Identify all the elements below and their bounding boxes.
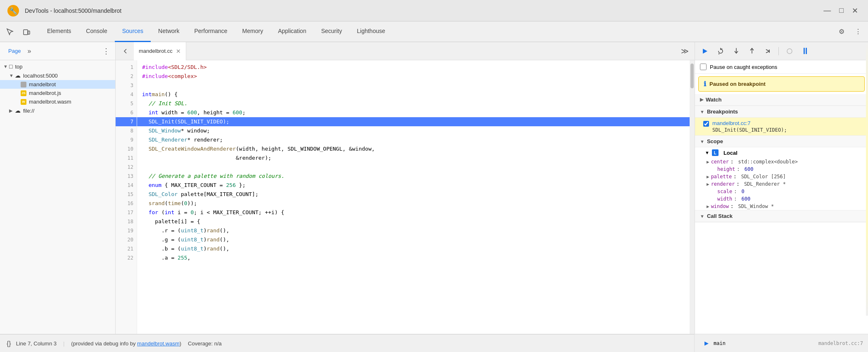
scope-var-renderer[interactable]: ▶ renderer : SDL_Renderer *	[695, 180, 868, 188]
js-icon: JS	[21, 90, 26, 96]
code-tab-mandelbrot[interactable]: mandelbrot.cc ✕	[134, 42, 186, 60]
step-button[interactable]	[761, 45, 774, 58]
close-button[interactable]: ✕	[852, 6, 858, 15]
step-over-button[interactable]	[714, 45, 727, 58]
renderer-toggle: ▶	[707, 182, 709, 187]
breakpoint-info: mandelbrot.cc:7 SDL_Init(SDL_INIT_VIDEO)…	[712, 120, 787, 133]
breakpoint-indicator-strip	[866, 42, 868, 316]
tab-sources[interactable]: Sources	[115, 21, 151, 42]
maximize-button[interactable]: □	[839, 6, 844, 15]
breakpoints-header[interactable]: ▼ Breakpoints	[695, 106, 868, 118]
sidebar-more-tabs[interactable]: »	[27, 47, 31, 55]
sidebar-menu-button[interactable]: ⋮	[100, 45, 112, 57]
code-line-5: // Init SDL.	[137, 99, 690, 108]
line-num-8: 8	[116, 126, 137, 135]
line-num-14: 14	[116, 181, 137, 190]
main-area: Page » ⋮ ▼ □ top ▼ ☁ localhost:5000 mand…	[0, 42, 868, 334]
tab-elements[interactable]: Elements	[40, 21, 78, 42]
wasm-link[interactable]: mandelbrot.wasm	[137, 340, 180, 347]
svg-text:🔧: 🔧	[9, 7, 17, 15]
tab-network[interactable]: Network	[151, 21, 187, 42]
callstack-fn-name[interactable]: main	[714, 340, 813, 346]
code-line-8: SDL_Window* window;	[137, 126, 690, 135]
tab-memory[interactable]: Memory	[235, 21, 271, 42]
scope-var-palette[interactable]: ▶ palette : SDL_Color [256]	[695, 173, 868, 180]
code-line-6: int width = 600, height = 600;	[137, 108, 690, 117]
step-into-button[interactable]	[730, 45, 743, 58]
scope-var-scale: scale : 0	[695, 188, 868, 195]
minimize-button[interactable]: —	[823, 6, 831, 15]
watch-header[interactable]: ▶ Watch	[695, 94, 868, 106]
code-line-4: int main() {	[137, 90, 690, 99]
line-col-status: Line 7, Column 3	[16, 340, 57, 347]
tab-security[interactable]: Security	[314, 21, 350, 42]
tree-item-localhost[interactable]: ▼ ☁ localhost:5000	[0, 71, 115, 80]
tab-application[interactable]: Application	[270, 21, 314, 42]
scope-header[interactable]: ▼ Scope	[695, 136, 868, 147]
inspect-icon[interactable]	[3, 25, 17, 38]
resume-button[interactable]	[698, 45, 711, 58]
code-line-15: SDL_Color palette[MAX_ITER_COUNT];	[137, 190, 690, 199]
code-line-11: &renderer);	[137, 154, 690, 163]
pause-exceptions-label[interactable]: Pause on caught exceptions	[710, 64, 777, 70]
pause-exceptions-button[interactable]: ⏸	[799, 45, 812, 58]
line-num-16: 16	[116, 199, 137, 208]
sidebar-header: Page » ⋮	[0, 42, 115, 60]
callstack-header[interactable]: ▼ Call Stack	[695, 210, 868, 222]
breakpoint-checkbox[interactable]	[703, 121, 709, 127]
code-scrollbar[interactable]	[690, 60, 695, 334]
watch-section: ▶ Watch	[695, 94, 868, 106]
settings-icon[interactable]: ⚙	[835, 25, 848, 38]
line-num-6: 6	[116, 108, 137, 117]
tab-lighthouse[interactable]: Lighthouse	[349, 21, 393, 42]
scope-var-center[interactable]: ▶ center : std::complex<double>	[695, 158, 868, 165]
statusbar: {} Line 7, Column 3 | (provided via debu…	[0, 334, 695, 352]
device-toolbar-icon[interactable]	[20, 25, 33, 38]
code-line-1: #include <SDL2/SDL.h>	[137, 63, 690, 72]
code-line-16: srand(time(0));	[137, 199, 690, 208]
breakpoint-location[interactable]: mandelbrot.cc:7	[712, 120, 787, 126]
scrollbar-thumb[interactable]	[690, 64, 694, 88]
tree-item-mandelbrot-wasm[interactable]: W mandelbrot.wasm	[0, 97, 115, 106]
status-separator: |	[63, 340, 64, 347]
debug-source-text: (provided via debug info by mandelbrot.w…	[71, 340, 181, 347]
page-tab[interactable]: Page	[3, 42, 26, 60]
svg-rect-3	[28, 31, 30, 34]
back-forward-button[interactable]	[119, 45, 132, 58]
tree-item-mandelbrot[interactable]: mandelbrot	[0, 80, 115, 89]
tree-item-file[interactable]: ▶ ☁ file://	[0, 106, 115, 115]
scope-var-height: height : 600	[695, 165, 868, 173]
line-num-5: 5	[116, 99, 137, 108]
code-line-20: .g = (uint8_t)rand(),	[137, 235, 690, 244]
tree-item-top[interactable]: ▼ □ top	[0, 62, 115, 71]
window-title: DevTools - localhost:5000/mandelbrot	[25, 7, 823, 14]
deactivate-breakpoints-button[interactable]	[783, 45, 796, 58]
breakpoint-item-0: mandelbrot.cc:7 SDL_Init(SDL_INIT_VIDEO)…	[695, 118, 868, 135]
code-line-3	[137, 81, 690, 90]
callstack-arrow-icon: ▶	[704, 340, 709, 346]
step-out-button[interactable]	[745, 45, 759, 58]
callstack-bottom-row: ▶ main mandelbrot.cc:7	[695, 334, 868, 352]
tab-console[interactable]: Console	[78, 21, 114, 42]
palette-toggle: ▶	[707, 174, 709, 180]
tree-item-mandelbrot-js[interactable]: JS mandelbrot.js	[0, 89, 115, 97]
scope-var-window[interactable]: ▶ window : SDL_Window *	[695, 203, 868, 210]
code-line-21: .b = (uint8_t)rand(),	[137, 244, 690, 253]
toggle-icon: ▼	[3, 64, 9, 69]
more-tabs-button[interactable]: ≫	[678, 45, 691, 58]
file-icon	[21, 82, 26, 87]
toolbar-right: ⚙ ⋮	[835, 25, 865, 38]
tab-performance[interactable]: Performance	[187, 21, 235, 42]
toolbar-separator	[778, 47, 779, 55]
window-controls[interactable]: — □ ✕	[823, 6, 858, 15]
scope-local-header[interactable]: ▼ L Local	[695, 147, 868, 158]
info-icon: ℹ	[704, 80, 706, 88]
line-num-22: 22	[116, 253, 137, 262]
line-num-4: 4	[116, 90, 137, 99]
status-braces-icon: {}	[7, 340, 11, 347]
more-icon[interactable]: ⋮	[851, 25, 865, 38]
code-line-2: #include <complex>	[137, 72, 690, 81]
app-icon: 🔧	[7, 4, 20, 17]
close-tab-button[interactable]: ✕	[176, 48, 181, 54]
pause-exceptions-checkbox[interactable]	[700, 64, 707, 70]
